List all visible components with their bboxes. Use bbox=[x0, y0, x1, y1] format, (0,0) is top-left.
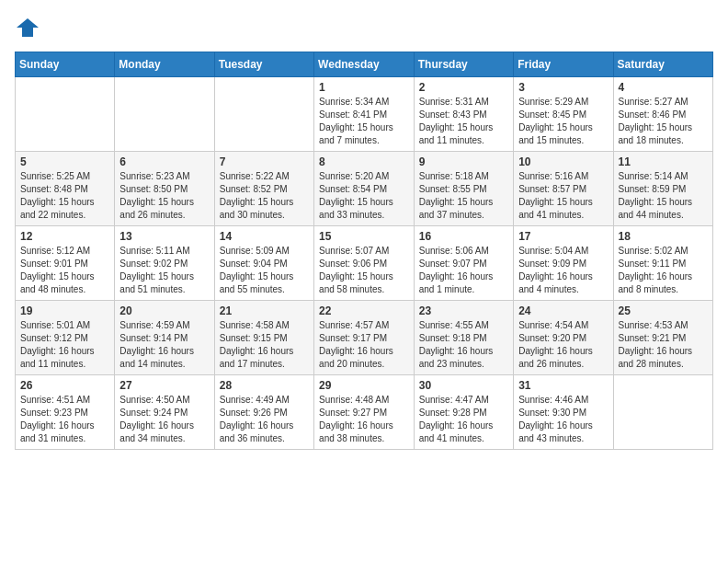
day-number: 6 bbox=[119, 155, 209, 168]
day-info: Sunrise: 5:18 AM Sunset: 8:55 PM Dayligh… bbox=[419, 170, 508, 222]
day-number: 21 bbox=[220, 304, 309, 317]
logo-icon bbox=[15, 15, 40, 40]
day-info: Sunrise: 5:09 AM Sunset: 9:04 PM Dayligh… bbox=[220, 245, 309, 296]
day-info: Sunrise: 4:59 AM Sunset: 9:14 PM Dayligh… bbox=[119, 319, 209, 371]
day-number: 23 bbox=[419, 304, 508, 317]
day-info: Sunrise: 5:16 AM Sunset: 8:57 PM Dayligh… bbox=[518, 170, 608, 222]
day-info: Sunrise: 5:06 AM Sunset: 9:07 PM Dayligh… bbox=[419, 245, 508, 296]
day-cell: 13Sunrise: 5:11 AM Sunset: 9:02 PM Dayli… bbox=[115, 226, 214, 301]
day-info: Sunrise: 5:12 AM Sunset: 9:01 PM Dayligh… bbox=[20, 245, 109, 296]
day-cell: 8Sunrise: 5:20 AM Sunset: 8:54 PM Daylig… bbox=[314, 152, 415, 226]
day-number: 31 bbox=[518, 379, 608, 392]
day-number: 16 bbox=[419, 230, 508, 243]
day-info: Sunrise: 4:48 AM Sunset: 9:27 PM Dayligh… bbox=[319, 394, 409, 445]
day-number: 1 bbox=[319, 81, 409, 94]
day-cell bbox=[613, 375, 713, 450]
day-cell: 19Sunrise: 5:01 AM Sunset: 9:12 PM Dayli… bbox=[16, 301, 115, 375]
day-info: Sunrise: 5:07 AM Sunset: 9:06 PM Dayligh… bbox=[319, 245, 409, 296]
day-cell: 15Sunrise: 5:07 AM Sunset: 9:06 PM Dayli… bbox=[314, 226, 415, 301]
day-cell: 3Sunrise: 5:29 AM Sunset: 8:45 PM Daylig… bbox=[514, 77, 613, 152]
day-number: 12 bbox=[20, 230, 109, 243]
day-number: 25 bbox=[619, 304, 709, 317]
day-number: 14 bbox=[220, 230, 309, 243]
day-number: 15 bbox=[319, 230, 409, 243]
header-cell-saturday: Saturday bbox=[613, 52, 713, 77]
day-number: 2 bbox=[419, 81, 508, 94]
day-info: Sunrise: 4:49 AM Sunset: 9:26 PM Dayligh… bbox=[220, 394, 309, 445]
day-info: Sunrise: 4:46 AM Sunset: 9:30 PM Dayligh… bbox=[518, 394, 608, 445]
week-row-1: 1Sunrise: 5:34 AM Sunset: 8:41 PM Daylig… bbox=[16, 77, 713, 152]
day-cell: 30Sunrise: 4:47 AM Sunset: 9:28 PM Dayli… bbox=[414, 375, 513, 450]
day-number: 8 bbox=[319, 155, 409, 168]
day-info: Sunrise: 5:31 AM Sunset: 8:43 PM Dayligh… bbox=[419, 96, 508, 147]
day-number: 30 bbox=[419, 379, 508, 392]
day-cell: 22Sunrise: 4:57 AM Sunset: 9:17 PM Dayli… bbox=[314, 301, 415, 375]
day-info: Sunrise: 4:53 AM Sunset: 9:21 PM Dayligh… bbox=[619, 319, 709, 371]
day-number: 17 bbox=[518, 230, 608, 243]
day-cell: 9Sunrise: 5:18 AM Sunset: 8:55 PM Daylig… bbox=[414, 152, 513, 226]
header-row: SundayMondayTuesdayWednesdayThursdayFrid… bbox=[16, 52, 713, 77]
logo bbox=[15, 15, 44, 40]
day-number: 4 bbox=[619, 81, 709, 94]
day-number: 28 bbox=[220, 379, 309, 392]
day-cell: 16Sunrise: 5:06 AM Sunset: 9:07 PM Dayli… bbox=[414, 226, 513, 301]
day-info: Sunrise: 5:11 AM Sunset: 9:02 PM Dayligh… bbox=[119, 245, 209, 296]
header-cell-sunday: Sunday bbox=[16, 52, 115, 77]
week-row-5: 26Sunrise: 4:51 AM Sunset: 9:23 PM Dayli… bbox=[16, 375, 713, 450]
week-row-3: 12Sunrise: 5:12 AM Sunset: 9:01 PM Dayli… bbox=[16, 226, 713, 301]
day-info: Sunrise: 5:25 AM Sunset: 8:48 PM Dayligh… bbox=[20, 170, 109, 222]
day-info: Sunrise: 5:04 AM Sunset: 9:09 PM Dayligh… bbox=[518, 245, 608, 296]
page-header bbox=[15, 15, 713, 40]
day-number: 27 bbox=[119, 379, 209, 392]
day-info: Sunrise: 5:14 AM Sunset: 8:59 PM Dayligh… bbox=[619, 170, 709, 222]
week-row-4: 19Sunrise: 5:01 AM Sunset: 9:12 PM Dayli… bbox=[16, 301, 713, 375]
day-cell: 6Sunrise: 5:23 AM Sunset: 8:50 PM Daylig… bbox=[115, 152, 214, 226]
header-cell-wednesday: Wednesday bbox=[314, 52, 415, 77]
day-info: Sunrise: 5:27 AM Sunset: 8:46 PM Dayligh… bbox=[619, 96, 709, 147]
day-cell: 17Sunrise: 5:04 AM Sunset: 9:09 PM Dayli… bbox=[514, 226, 613, 301]
day-cell: 24Sunrise: 4:54 AM Sunset: 9:20 PM Dayli… bbox=[514, 301, 613, 375]
day-number: 29 bbox=[319, 379, 409, 392]
header-cell-friday: Friday bbox=[514, 52, 613, 77]
day-info: Sunrise: 5:01 AM Sunset: 9:12 PM Dayligh… bbox=[20, 319, 109, 371]
day-cell: 1Sunrise: 5:34 AM Sunset: 8:41 PM Daylig… bbox=[314, 77, 415, 152]
svg-marker-0 bbox=[17, 18, 39, 37]
header-cell-tuesday: Tuesday bbox=[214, 52, 313, 77]
day-cell bbox=[16, 77, 115, 152]
day-cell bbox=[115, 77, 214, 152]
day-info: Sunrise: 5:34 AM Sunset: 8:41 PM Dayligh… bbox=[319, 96, 409, 147]
day-number: 13 bbox=[119, 230, 209, 243]
day-info: Sunrise: 4:57 AM Sunset: 9:17 PM Dayligh… bbox=[319, 319, 409, 371]
calendar-table: SundayMondayTuesdayWednesdayThursdayFrid… bbox=[15, 52, 713, 450]
day-cell: 29Sunrise: 4:48 AM Sunset: 9:27 PM Dayli… bbox=[314, 375, 415, 450]
day-info: Sunrise: 5:22 AM Sunset: 8:52 PM Dayligh… bbox=[220, 170, 309, 222]
day-cell: 11Sunrise: 5:14 AM Sunset: 8:59 PM Dayli… bbox=[613, 152, 713, 226]
day-number: 19 bbox=[20, 304, 109, 317]
day-number: 24 bbox=[518, 304, 608, 317]
day-info: Sunrise: 5:23 AM Sunset: 8:50 PM Dayligh… bbox=[119, 170, 209, 222]
day-number: 3 bbox=[518, 81, 608, 94]
day-cell: 2Sunrise: 5:31 AM Sunset: 8:43 PM Daylig… bbox=[414, 77, 513, 152]
day-info: Sunrise: 5:02 AM Sunset: 9:11 PM Dayligh… bbox=[619, 245, 709, 296]
day-cell: 18Sunrise: 5:02 AM Sunset: 9:11 PM Dayli… bbox=[613, 226, 713, 301]
day-cell: 28Sunrise: 4:49 AM Sunset: 9:26 PM Dayli… bbox=[214, 375, 313, 450]
day-cell: 10Sunrise: 5:16 AM Sunset: 8:57 PM Dayli… bbox=[514, 152, 613, 226]
day-cell: 25Sunrise: 4:53 AM Sunset: 9:21 PM Dayli… bbox=[613, 301, 713, 375]
day-number: 7 bbox=[220, 155, 309, 168]
day-info: Sunrise: 4:50 AM Sunset: 9:24 PM Dayligh… bbox=[119, 394, 209, 445]
day-info: Sunrise: 4:54 AM Sunset: 9:20 PM Dayligh… bbox=[518, 319, 608, 371]
day-number: 18 bbox=[619, 230, 709, 243]
day-number: 20 bbox=[119, 304, 209, 317]
day-cell: 23Sunrise: 4:55 AM Sunset: 9:18 PM Dayli… bbox=[414, 301, 513, 375]
day-info: Sunrise: 4:47 AM Sunset: 9:28 PM Dayligh… bbox=[419, 394, 508, 445]
day-cell: 31Sunrise: 4:46 AM Sunset: 9:30 PM Dayli… bbox=[514, 375, 613, 450]
calendar-body: 1Sunrise: 5:34 AM Sunset: 8:41 PM Daylig… bbox=[16, 77, 713, 450]
day-number: 10 bbox=[518, 155, 608, 168]
day-cell: 26Sunrise: 4:51 AM Sunset: 9:23 PM Dayli… bbox=[16, 375, 115, 450]
day-cell: 27Sunrise: 4:50 AM Sunset: 9:24 PM Dayli… bbox=[115, 375, 214, 450]
day-number: 9 bbox=[419, 155, 508, 168]
day-number: 22 bbox=[319, 304, 409, 317]
day-info: Sunrise: 4:51 AM Sunset: 9:23 PM Dayligh… bbox=[20, 394, 109, 445]
day-cell: 4Sunrise: 5:27 AM Sunset: 8:46 PM Daylig… bbox=[613, 77, 713, 152]
day-cell bbox=[214, 77, 313, 152]
